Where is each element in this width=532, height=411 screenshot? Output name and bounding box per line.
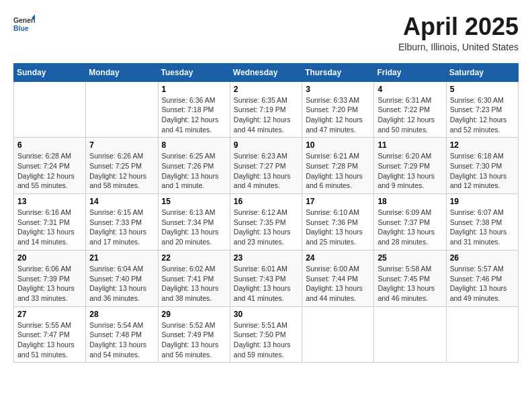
day-number: 15: [162, 197, 226, 206]
calendar-cell: [14, 81, 86, 138]
svg-text:Blue: Blue: [13, 25, 29, 32]
calendar-cell: 7Sunrise: 6:26 AMSunset: 7:25 PMDaylight…: [86, 138, 158, 194]
calendar-cell: 11Sunrise: 6:20 AMSunset: 7:29 PMDayligh…: [374, 138, 446, 194]
calendar-cell: [86, 81, 158, 138]
calendar-week-3: 13Sunrise: 6:16 AMSunset: 7:31 PMDayligh…: [14, 194, 519, 250]
calendar-cell: 23Sunrise: 6:01 AMSunset: 7:43 PMDayligh…: [230, 250, 302, 306]
day-info: Sunrise: 6:35 AMSunset: 7:19 PMDaylight:…: [234, 95, 298, 135]
day-number: 30: [234, 310, 298, 319]
day-info: Sunrise: 6:21 AMSunset: 7:28 PMDaylight:…: [306, 151, 370, 191]
calendar-cell: 8Sunrise: 6:25 AMSunset: 7:26 PMDaylight…: [158, 138, 230, 194]
day-number: 28: [89, 310, 154, 319]
day-number: 22: [162, 253, 226, 263]
day-info: Sunrise: 5:52 AMSunset: 7:49 PMDaylight:…: [162, 320, 226, 360]
day-info: Sunrise: 6:13 AMSunset: 7:34 PMDaylight:…: [162, 208, 226, 247]
day-info: Sunrise: 6:28 AMSunset: 7:24 PMDaylight:…: [17, 151, 82, 191]
day-info: Sunrise: 6:26 AMSunset: 7:25 PMDaylight:…: [89, 151, 154, 191]
calendar-cell: 5Sunrise: 6:30 AMSunset: 7:23 PMDaylight…: [446, 81, 518, 138]
calendar-cell: 19Sunrise: 6:07 AMSunset: 7:38 PMDayligh…: [446, 194, 518, 250]
calendar-cell: 29Sunrise: 5:52 AMSunset: 7:49 PMDayligh…: [158, 306, 230, 363]
title-block: April 2025 Elburn, Illinois, United Stat…: [398, 13, 519, 52]
day-info: Sunrise: 6:33 AMSunset: 7:20 PMDaylight:…: [306, 95, 370, 135]
calendar-week-1: 1Sunrise: 6:36 AMSunset: 7:18 PMDaylight…: [14, 81, 519, 138]
day-info: Sunrise: 5:55 AMSunset: 7:47 PMDaylight:…: [17, 320, 82, 360]
calendar-cell: 1Sunrise: 6:36 AMSunset: 7:18 PMDaylight…: [158, 81, 230, 138]
day-info: Sunrise: 6:16 AMSunset: 7:31 PMDaylight:…: [17, 208, 82, 247]
weekday-header-tuesday: Tuesday: [158, 63, 230, 81]
day-number: 20: [17, 253, 82, 263]
day-number: 29: [162, 310, 226, 319]
calendar-cell: 4Sunrise: 6:31 AMSunset: 7:22 PMDaylight…: [374, 81, 446, 138]
weekday-header-saturday: Saturday: [446, 63, 518, 81]
day-info: Sunrise: 6:31 AMSunset: 7:22 PMDaylight:…: [378, 95, 442, 135]
day-info: Sunrise: 5:54 AMSunset: 7:48 PMDaylight:…: [89, 320, 154, 360]
day-number: 4: [378, 85, 442, 94]
day-info: Sunrise: 6:09 AMSunset: 7:37 PMDaylight:…: [378, 208, 442, 247]
day-number: 21: [89, 253, 154, 263]
day-info: Sunrise: 6:12 AMSunset: 7:35 PMDaylight:…: [234, 208, 298, 247]
calendar-cell: 2Sunrise: 6:35 AMSunset: 7:19 PMDaylight…: [230, 81, 302, 138]
logo: General Blue: [13, 13, 35, 35]
day-number: 13: [17, 197, 82, 206]
day-number: 6: [17, 140, 82, 150]
day-number: 18: [378, 197, 442, 206]
day-number: 7: [89, 140, 154, 150]
day-info: Sunrise: 6:06 AMSunset: 7:39 PMDaylight:…: [17, 264, 82, 304]
weekday-header-friday: Friday: [374, 63, 446, 81]
day-number: 14: [89, 197, 154, 206]
day-info: Sunrise: 6:36 AMSunset: 7:18 PMDaylight:…: [162, 95, 226, 135]
day-info: Sunrise: 6:23 AMSunset: 7:27 PMDaylight:…: [234, 151, 298, 191]
day-number: 26: [450, 253, 515, 263]
day-number: 3: [306, 85, 370, 94]
svg-text:General: General: [13, 17, 35, 24]
calendar-cell: 14Sunrise: 6:15 AMSunset: 7:33 PMDayligh…: [86, 194, 158, 250]
month-title: April 2025: [398, 13, 519, 40]
day-number: 25: [378, 253, 442, 263]
day-info: Sunrise: 6:07 AMSunset: 7:38 PMDaylight:…: [450, 208, 515, 247]
day-number: 11: [378, 140, 442, 150]
day-number: 17: [306, 197, 370, 206]
calendar-cell: 16Sunrise: 6:12 AMSunset: 7:35 PMDayligh…: [230, 194, 302, 250]
day-info: Sunrise: 6:01 AMSunset: 7:43 PMDaylight:…: [234, 264, 298, 304]
day-number: 24: [306, 253, 370, 263]
page-header: General Blue April 2025 Elburn, Illinois…: [13, 13, 519, 52]
weekday-header-thursday: Thursday: [302, 63, 374, 81]
weekday-header-row: SundayMondayTuesdayWednesdayThursdayFrid…: [14, 63, 519, 81]
weekday-header-sunday: Sunday: [14, 63, 86, 81]
calendar-cell: 20Sunrise: 6:06 AMSunset: 7:39 PMDayligh…: [14, 250, 86, 306]
calendar-table: SundayMondayTuesdayWednesdayThursdayFrid…: [13, 63, 519, 363]
calendar-cell: 12Sunrise: 6:18 AMSunset: 7:30 PMDayligh…: [446, 138, 518, 194]
day-info: Sunrise: 6:30 AMSunset: 7:23 PMDaylight:…: [450, 95, 515, 135]
calendar-cell: 30Sunrise: 5:51 AMSunset: 7:50 PMDayligh…: [230, 306, 302, 363]
day-info: Sunrise: 6:00 AMSunset: 7:44 PMDaylight:…: [306, 264, 370, 304]
calendar-cell: 15Sunrise: 6:13 AMSunset: 7:34 PMDayligh…: [158, 194, 230, 250]
day-number: 1: [162, 85, 226, 94]
calendar-cell: 22Sunrise: 6:02 AMSunset: 7:41 PMDayligh…: [158, 250, 230, 306]
logo-icon: General Blue: [13, 13, 35, 35]
calendar-cell: [302, 306, 374, 363]
day-number: 16: [234, 197, 298, 206]
day-info: Sunrise: 5:57 AMSunset: 7:46 PMDaylight:…: [450, 264, 515, 304]
location: Elburn, Illinois, United States: [398, 42, 519, 52]
day-info: Sunrise: 6:20 AMSunset: 7:29 PMDaylight:…: [378, 151, 442, 191]
calendar-cell: 10Sunrise: 6:21 AMSunset: 7:28 PMDayligh…: [302, 138, 374, 194]
calendar-cell: 27Sunrise: 5:55 AMSunset: 7:47 PMDayligh…: [14, 306, 86, 363]
weekday-header-wednesday: Wednesday: [230, 63, 302, 81]
day-number: 23: [234, 253, 298, 263]
day-info: Sunrise: 6:18 AMSunset: 7:30 PMDaylight:…: [450, 151, 515, 191]
calendar-cell: 28Sunrise: 5:54 AMSunset: 7:48 PMDayligh…: [86, 306, 158, 363]
day-info: Sunrise: 6:02 AMSunset: 7:41 PMDaylight:…: [162, 264, 226, 304]
calendar-cell: [446, 306, 518, 363]
calendar-week-4: 20Sunrise: 6:06 AMSunset: 7:39 PMDayligh…: [14, 250, 519, 306]
day-number: 2: [234, 85, 298, 94]
day-number: 19: [450, 197, 515, 206]
calendar-body: 1Sunrise: 6:36 AMSunset: 7:18 PMDaylight…: [14, 81, 519, 363]
calendar-cell: 26Sunrise: 5:57 AMSunset: 7:46 PMDayligh…: [446, 250, 518, 306]
day-number: 12: [450, 140, 515, 150]
calendar-cell: 6Sunrise: 6:28 AMSunset: 7:24 PMDaylight…: [14, 138, 86, 194]
calendar-cell: 3Sunrise: 6:33 AMSunset: 7:20 PMDaylight…: [302, 81, 374, 138]
calendar-cell: 18Sunrise: 6:09 AMSunset: 7:37 PMDayligh…: [374, 194, 446, 250]
calendar-cell: 9Sunrise: 6:23 AMSunset: 7:27 PMDaylight…: [230, 138, 302, 194]
calendar-week-5: 27Sunrise: 5:55 AMSunset: 7:47 PMDayligh…: [14, 306, 519, 363]
calendar-cell: 13Sunrise: 6:16 AMSunset: 7:31 PMDayligh…: [14, 194, 86, 250]
